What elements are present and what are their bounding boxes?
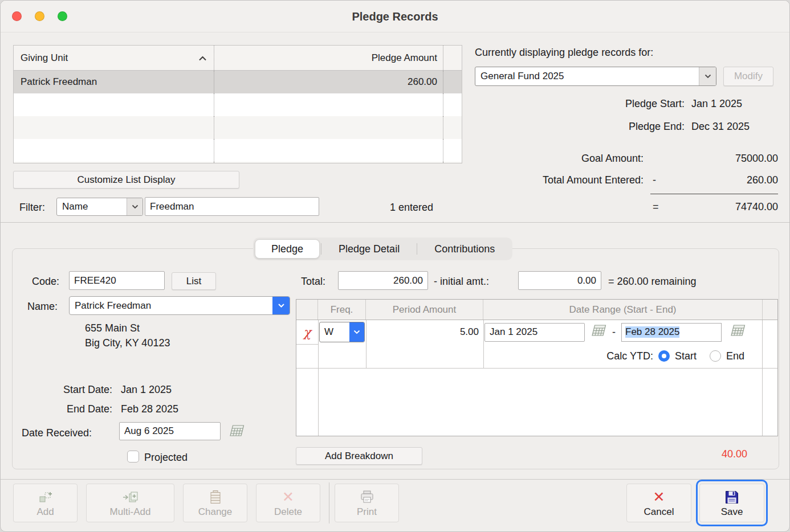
filter-field-select[interactable]: Name <box>56 198 143 216</box>
radio-dot <box>662 354 666 358</box>
name-combobox[interactable]: Patrick Freedman <box>69 296 290 315</box>
toolbar-separator <box>329 482 329 523</box>
breakdown-table-body: χ W 5.00 - Feb 28 2025 <box>296 320 777 436</box>
fund-select[interactable]: General Fund 2025 <box>475 67 716 86</box>
customize-list-display-button[interactable]: Customize List Display <box>13 171 239 189</box>
start-date-value: Jan 1 2025 <box>121 384 172 396</box>
total-input[interactable] <box>338 271 428 290</box>
empty-cell <box>214 139 443 162</box>
chevron-down-icon <box>272 297 290 314</box>
add-button-label: Add <box>36 506 54 518</box>
add-breakdown-button[interactable]: Add Breakdown <box>296 447 422 465</box>
tab-pledge[interactable]: Pledge <box>255 239 320 259</box>
print-button[interactable]: Print <box>335 484 399 522</box>
pledge-start-label: Pledge Start: <box>548 98 685 110</box>
minus-sign: - <box>653 174 656 186</box>
breakdown-header-period-amount: Period Amount <box>366 300 483 320</box>
chevron-down-icon <box>699 67 716 85</box>
breakdown-end-date-input[interactable]: Feb 28 2025 <box>621 323 722 342</box>
tab-contributions[interactable]: Contributions <box>418 239 511 259</box>
calendar-picker-icon[interactable] <box>589 324 606 341</box>
breakdown-header-date-range: Date Range (Start - End) <box>483 300 763 320</box>
multi-add-button[interactable]: Multi-Add <box>86 484 174 522</box>
row-gutter <box>443 71 462 93</box>
change-button[interactable]: Change <box>183 484 247 522</box>
tab-separator <box>417 243 417 255</box>
cancel-button[interactable]: ✕ Cancel <box>626 484 691 522</box>
tab-pledge-detail[interactable]: Pledge Detail <box>323 239 416 259</box>
giving-unit-table-header: Giving Unit Pledge Amount <box>14 46 462 71</box>
modify-button[interactable]: Modify <box>723 67 773 86</box>
toolbar-divider <box>1 479 789 480</box>
calendar-picker-icon[interactable] <box>227 424 245 441</box>
projected-checkbox[interactable] <box>127 451 139 463</box>
header-gutter <box>443 46 462 70</box>
equals-sign: = <box>653 201 659 213</box>
grid-line <box>296 368 777 369</box>
empty-cell <box>214 162 443 163</box>
total-amount-entered-label: Total Amount Entered: <box>502 174 644 186</box>
initial-amount-input[interactable] <box>518 271 601 290</box>
table-row-empty <box>14 162 462 163</box>
calc-ytd-start-label: Start <box>675 350 697 362</box>
table-row-empty <box>14 139 462 162</box>
table-row-empty <box>14 93 462 116</box>
total-label: Total: <box>301 276 325 288</box>
calc-ytd-start-radio[interactable] <box>658 350 670 362</box>
sort-ascending-icon <box>198 52 207 64</box>
remove-breakdown-row-button[interactable]: χ <box>296 320 318 344</box>
start-date-label: Start Date: <box>23 384 112 396</box>
remaining-value: 74740.00 <box>687 201 778 213</box>
frequency-value: W <box>320 322 349 342</box>
frequency-combobox[interactable]: W <box>319 322 365 342</box>
breakdown-start-date-input[interactable] <box>484 323 585 342</box>
multi-add-button-label: Multi-Add <box>110 506 151 518</box>
column-header-giving-unit[interactable]: Giving Unit <box>14 46 214 70</box>
grid-line <box>296 344 318 345</box>
delete-button-label: Delete <box>274 506 302 518</box>
filter-label: Filter: <box>19 202 45 214</box>
goal-amount-value: 75000.00 <box>687 153 778 165</box>
list-button[interactable]: List <box>172 272 216 290</box>
sum-divider-line <box>650 194 778 194</box>
calc-ytd-end-label: End <box>726 350 744 362</box>
filter-value-input[interactable] <box>145 197 319 216</box>
add-button[interactable]: Add <box>13 484 78 522</box>
change-button-label: Change <box>198 506 233 518</box>
column-header-pledge-amount-label: Pledge Amount <box>372 52 437 64</box>
chevron-down-icon <box>127 198 142 215</box>
delete-button[interactable]: ✕ Delete <box>256 484 320 522</box>
calendar-picker-icon[interactable] <box>728 324 746 341</box>
zoom-window-button[interactable] <box>58 11 67 21</box>
save-button-label: Save <box>721 506 743 518</box>
add-breakdown-label: Add Breakdown <box>325 451 393 462</box>
date-received-input[interactable] <box>119 422 221 440</box>
column-header-pledge-amount[interactable]: Pledge Amount <box>214 46 443 70</box>
date-range-cell: - Feb 28 2025 <box>484 322 762 342</box>
period-amount-cell[interactable]: 5.00 <box>366 320 483 344</box>
minimize-window-button[interactable] <box>35 11 44 21</box>
calc-ytd-end-radio[interactable] <box>710 350 721 362</box>
close-window-button[interactable] <box>12 11 22 21</box>
fund-panel-heading: Currently displaying pledge records for: <box>475 47 653 59</box>
date-range-dash: - <box>612 326 616 338</box>
breakdown-header-remove <box>296 300 318 320</box>
tab-bar: Pledge Pledge Detail Contributions <box>253 238 512 260</box>
calc-ytd-row: Calc YTD: Start End <box>484 344 752 368</box>
code-input[interactable] <box>69 271 165 290</box>
giving-unit-cell: Patrick Freedman <box>14 71 214 93</box>
pledge-end-label: Pledge End: <box>548 121 685 133</box>
breakdown-end-date-value: Feb 28 2025 <box>625 326 679 338</box>
filter-field-value: Name <box>57 198 127 215</box>
row-gutter <box>443 116 462 139</box>
customize-list-display-label: Customize List Display <box>78 174 176 186</box>
print-icon <box>359 489 375 506</box>
add-icon <box>38 489 54 506</box>
breakdown-footer-amount: 40.00 <box>656 448 747 460</box>
delete-icon: ✕ <box>282 489 294 506</box>
fund-select-value: General Fund 2025 <box>475 67 699 85</box>
total-amount-entered-value: 260.00 <box>687 174 778 186</box>
breakdown-table: Freq. Period Amount Date Range (Start - … <box>296 299 778 436</box>
save-button[interactable]: Save <box>699 484 764 522</box>
table-row-selected[interactable]: Patrick Freedman 260.00 <box>14 71 462 93</box>
